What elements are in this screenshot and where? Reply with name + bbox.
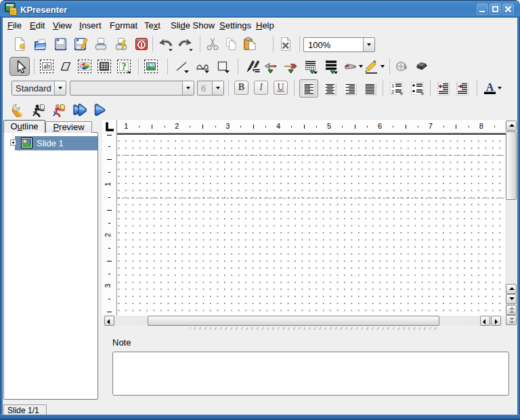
svg-text:1: 1 [391,83,395,89]
svg-text:A: A [486,81,494,93]
svg-text:?: ? [122,62,127,72]
svg-text:ab: ab [43,62,49,70]
svg-text:2: 2 [391,89,395,95]
